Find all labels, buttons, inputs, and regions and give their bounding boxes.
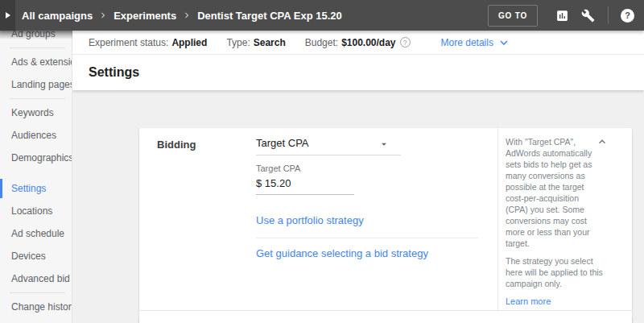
bid-strategy-guidance-link[interactable]: Get guidance selecting a bid strategy <box>256 247 428 259</box>
sidebar-item-ad-groups[interactable]: Ad groups <box>0 31 72 45</box>
breadcrumb-current-experiment: Dentist Target CPA Exp 15.20 <box>197 10 342 22</box>
sidebar-divider <box>10 48 65 48</box>
help-icon[interactable]: ? <box>621 9 634 23</box>
chevron-right-icon <box>181 10 192 21</box>
campaign-type: Type: Search <box>226 37 285 48</box>
target-cpa-label: Target CPA <box>256 164 354 173</box>
sidebar-item-landing-pages[interactable]: Landing pages <box>0 73 72 96</box>
topbar-divider <box>608 6 609 24</box>
sidebar-item-change-history[interactable]: Change history <box>0 296 72 318</box>
tools-wrench-icon[interactable] <box>580 8 595 23</box>
experiment-status-value: Applied <box>171 37 207 48</box>
next-card-edge <box>139 317 632 323</box>
collapse-help-chevron-up-icon[interactable] <box>595 135 609 149</box>
help-paragraph-1: With "Target CPA", AdWords automatically… <box>506 136 609 249</box>
learn-more-link[interactable]: Learn more <box>506 296 551 306</box>
sidebar-item-settings[interactable]: Settings <box>0 177 72 200</box>
sidebar-item-advanced-bid-adj[interactable]: Advanced bid adj. <box>0 267 72 290</box>
help-panel: With "Target CPA", AdWords automatically… <box>506 136 609 307</box>
reports-chart-icon[interactable] <box>555 8 569 23</box>
bidding-section-label: Bidding <box>157 139 196 151</box>
sidebar-item-demographics[interactable]: Demographics <box>0 147 72 169</box>
target-cpa-field: Target CPA $ 15.20 <box>256 164 354 195</box>
nav-expand-button[interactable] <box>0 0 15 31</box>
adwords-experiment-settings-screen: All campaigns Experiments Dentist Target… <box>0 0 644 323</box>
experiment-status-bar: Experiment status: Applied Type: Search … <box>72 31 644 55</box>
settings-workarea: Bidding Target CPA Target CPA $ 15.20 Us… <box>72 90 644 323</box>
sidebar-divider <box>10 98 65 99</box>
dropdown-arrow-icon <box>378 139 390 153</box>
sidebar-item-keywords[interactable]: Keywords <box>0 101 72 124</box>
type-label: Type: <box>226 37 250 48</box>
bid-strategy-dropdown[interactable]: Target CPA <box>256 134 401 155</box>
experiment-status: Experiment status: Applied <box>89 37 207 48</box>
budget-value: $100.00/day <box>341 37 395 48</box>
sidebar-item-locations[interactable]: Locations <box>0 200 72 222</box>
main-content: Experiment status: Applied Type: Search … <box>72 31 644 323</box>
chevron-down-icon <box>497 35 511 50</box>
links-divider <box>256 238 478 238</box>
help-panel-divider <box>497 128 498 310</box>
topbar: All campaigns Experiments Dentist Target… <box>0 0 644 31</box>
sidebar-item-devices[interactable]: Devices <box>0 245 72 267</box>
sidebar-item-ad-schedule[interactable]: Ad schedule <box>0 222 72 245</box>
more-details-label: More details <box>441 37 493 48</box>
sidebar-item-ads-extensions[interactable]: Ads & extensions <box>0 51 72 73</box>
breadcrumb: All campaigns Experiments Dentist Target… <box>22 10 342 22</box>
go-to-button[interactable]: GO TO <box>488 5 538 27</box>
use-portfolio-strategy-link[interactable]: Use a portfolio strategy <box>256 214 364 226</box>
budget-label: Budget: <box>305 37 338 48</box>
budget: Budget: $100.00/day ? <box>305 37 411 48</box>
page-title-bar: Settings <box>72 55 644 90</box>
breadcrumb-all-campaigns[interactable]: All campaigns <box>22 10 93 22</box>
target-cpa-input[interactable]: $ 15.20 <box>256 177 354 195</box>
type-value: Search <box>254 37 286 48</box>
play-arrow-icon <box>6 12 10 19</box>
experiment-status-label: Experiment status: <box>89 37 168 48</box>
breadcrumb-experiments[interactable]: Experiments <box>114 10 176 22</box>
sidebar-divider <box>10 292 65 293</box>
more-details-toggle[interactable]: More details <box>441 35 511 50</box>
chevron-right-icon <box>97 10 109 21</box>
budget-help-icon[interactable]: ? <box>400 37 411 48</box>
sidebar-nav: Ad groups Ads & extensions Landing pages… <box>0 31 72 323</box>
bidding-card: Bidding Target CPA Target CPA $ 15.20 Us… <box>139 128 632 323</box>
page-title: Settings <box>89 65 139 80</box>
help-paragraph-2: The strategy you select here will be app… <box>506 255 609 289</box>
topbar-actions: GO TO ? <box>488 5 644 27</box>
sidebar-item-audiences[interactable]: Audiences <box>0 124 72 147</box>
